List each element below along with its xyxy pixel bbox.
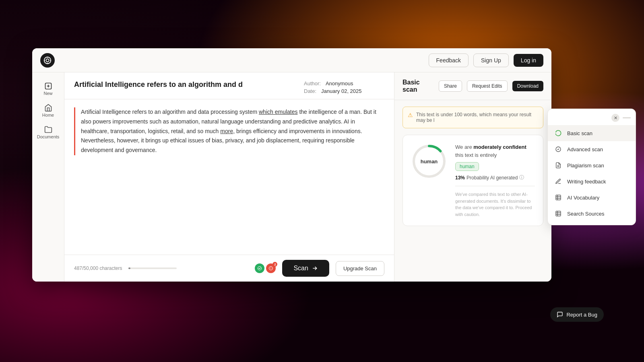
warning-text: This text is under 100 words, which mean… xyxy=(416,112,538,123)
menu-item-writing-feedback[interactable]: Writing feedback xyxy=(548,173,636,189)
menu-item-ai-vocabulary[interactable]: AI Vocabulary xyxy=(548,189,636,206)
ai-vocabulary-label: AI Vocabulary xyxy=(567,195,599,201)
dropdown-menu: ✕ Basic scan Advanced scan xyxy=(547,109,636,225)
char-count: 487/50,000 characters xyxy=(74,265,122,271)
confidence-level: moderately confident xyxy=(473,144,526,150)
author-value: Anonymous xyxy=(326,80,353,86)
sidebar: New Home Documents xyxy=(32,72,64,282)
share-button[interactable]: Share xyxy=(439,80,462,92)
human-tag: human xyxy=(455,162,479,171)
dropdown-header: ✕ xyxy=(548,112,636,125)
plagiarism-scan-icon xyxy=(554,161,562,169)
document-header: Artificial Intelligence refers to an alg… xyxy=(64,72,394,99)
report-bug-label: Report a Bug xyxy=(566,312,597,318)
sidebar-home-label: Home xyxy=(42,113,54,117)
score-circle: human xyxy=(411,143,447,179)
warning-icon: ⚠ xyxy=(408,112,413,118)
close-dropdown-button[interactable]: ✕ xyxy=(611,114,619,122)
signup-button[interactable]: Sign Up xyxy=(473,53,509,67)
results-body: ⚠ This text is under 100 words, which me… xyxy=(394,100,551,282)
document-area: Artificial Intelligence refers to an alg… xyxy=(64,72,394,282)
feedback-button[interactable]: Feedback xyxy=(429,53,469,67)
svg-point-0 xyxy=(44,57,51,64)
menu-item-advanced-scan[interactable]: Advanced scan xyxy=(548,141,636,157)
sidebar-item-documents[interactable]: Documents xyxy=(38,122,58,142)
sidebar-item-new[interactable]: New xyxy=(38,79,58,99)
basic-scan-label: Basic scan xyxy=(567,130,592,136)
document-content: Artificial Intelligence refers to an alg… xyxy=(64,99,394,255)
main-area: New Home Documents Artificial Intelligen… xyxy=(32,72,551,282)
upgrade-scan-button[interactable]: Upgrade Scan xyxy=(336,261,384,276)
advanced-scan-label: Advanced scan xyxy=(567,146,603,152)
ai-vocabulary-icon xyxy=(554,193,562,202)
doc-text-pre: Artificial Intelligence refers to an alg… xyxy=(81,109,259,115)
human-label: human xyxy=(421,158,438,165)
svg-rect-11 xyxy=(556,195,561,200)
plagiarism-scan-label: Plagiarism scan xyxy=(567,162,604,169)
confidence-suffix: this text is entirely xyxy=(455,152,497,158)
results-title: Basic scan xyxy=(402,79,434,93)
menu-item-search-sources[interactable]: Search Sources xyxy=(548,206,636,222)
probability-label: Probability AI generated xyxy=(466,175,518,181)
compare-text: We've compared this text to other AI-gen… xyxy=(455,186,535,218)
writing-feedback-label: Writing feedback xyxy=(567,179,606,185)
progress-bar xyxy=(128,267,177,269)
badge: 2 xyxy=(272,262,277,267)
sidebar-documents-label: Documents xyxy=(37,134,60,139)
circle-label: human xyxy=(411,143,447,179)
writing-feedback-icon xyxy=(554,177,562,185)
nav-bar: Feedback Sign Up Log in xyxy=(32,48,551,72)
report-bug-button[interactable]: Report a Bug xyxy=(550,307,604,322)
date-row: Date: January 02, 2025 xyxy=(304,88,384,94)
search-sources-label: Search Sources xyxy=(567,211,605,217)
icon-indicators: 2 xyxy=(255,263,276,273)
document-text-block: Artificial Intelligence refers to an alg… xyxy=(74,107,384,155)
author-label: Author: xyxy=(304,80,321,86)
menu-item-plagiarism-scan[interactable]: Plagiarism scan xyxy=(548,157,636,173)
app-container: Feedback Sign Up Log in New Home xyxy=(32,48,551,282)
probability-percent: 13% xyxy=(455,175,465,181)
scan-button[interactable]: Scan xyxy=(282,260,329,277)
document-title: Artificial Intelligence refers to an alg… xyxy=(74,80,288,89)
progress-fill xyxy=(128,267,130,269)
author-row: Author: Anonymous xyxy=(304,80,384,86)
score-description: We are moderately confident this text is… xyxy=(455,143,535,159)
document-meta: Author: Anonymous Date: January 02, 2025 xyxy=(304,80,384,94)
indicator-red: 2 xyxy=(266,263,276,273)
doc-text-underline: which emulates xyxy=(259,109,298,115)
scan-label: Scan xyxy=(293,265,308,272)
score-card: human We are moderately confident this t… xyxy=(402,135,543,226)
basic-scan-icon xyxy=(554,129,562,137)
advanced-scan-icon xyxy=(554,145,562,153)
date-value: January 02, 2025 xyxy=(321,88,361,94)
request-edits-button[interactable]: Request Edits xyxy=(467,80,508,92)
menu-divider-icon xyxy=(623,117,631,118)
nav-actions: Feedback Sign Up Log in xyxy=(429,53,543,67)
score-info: We are moderately confident this text is… xyxy=(455,143,535,218)
indicator-green xyxy=(255,263,264,273)
document-footer: 487/50,000 characters xyxy=(64,255,394,282)
warning-box: ⚠ This text is under 100 words, which me… xyxy=(402,107,543,128)
doc-text-post: the intelligence of a man. But it also p… xyxy=(81,109,376,153)
probability-row: 13% Probability AI generated ⓘ xyxy=(455,174,535,181)
menu-item-basic-scan[interactable]: Basic scan xyxy=(548,125,636,141)
svg-point-7 xyxy=(555,130,561,136)
date-label: Date: xyxy=(304,88,316,94)
sidebar-item-home[interactable]: Home xyxy=(38,101,58,121)
svg-rect-12 xyxy=(556,211,561,216)
confidence-text: We are xyxy=(455,144,472,150)
results-header: Basic scan Share Request Edits Download xyxy=(394,72,551,100)
search-sources-icon xyxy=(554,210,562,218)
login-button[interactable]: Log in xyxy=(514,54,543,67)
info-icon[interactable]: ⓘ xyxy=(519,174,524,181)
results-panel: Basic scan Share Request Edits Download … xyxy=(394,72,551,282)
app-logo xyxy=(40,53,55,68)
svg-point-1 xyxy=(46,59,49,62)
download-button[interactable]: Download xyxy=(512,81,543,91)
sidebar-new-label: New xyxy=(43,91,52,96)
